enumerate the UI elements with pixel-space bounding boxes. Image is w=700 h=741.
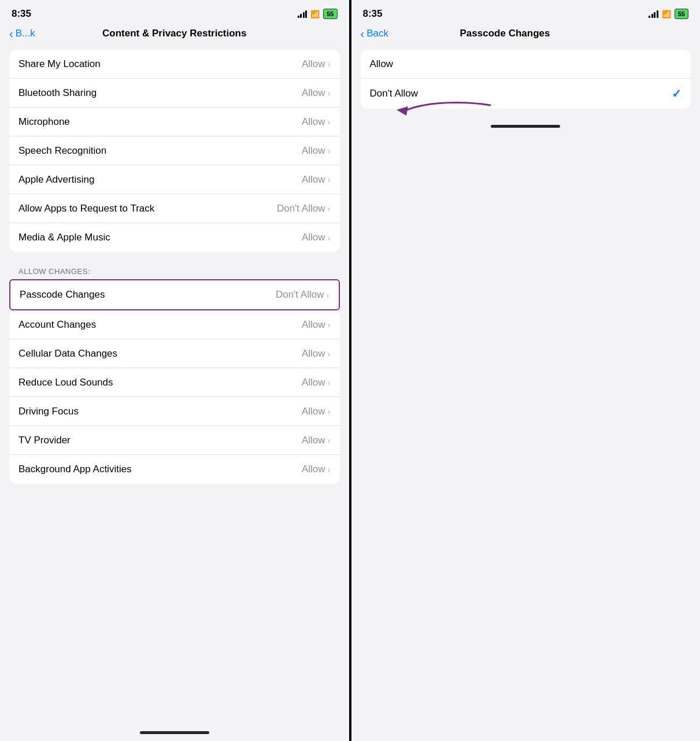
row-right: Allow › [302, 87, 331, 99]
time-right: 8:35 [363, 8, 383, 20]
page-title-right: Passcode Changes [354, 28, 656, 39]
back-button-left[interactable]: ‹ B...k [9, 28, 44, 39]
row-right: Allow › [302, 464, 331, 475]
row-label: Passcode Changes [20, 289, 105, 301]
wifi-icon-right: 📶 [662, 10, 671, 18]
section-label-allow-changes: ALLOW CHANGES: [0, 264, 349, 279]
row-value: Allow [302, 464, 325, 475]
page-title-left: Content & Privacy Restrictions [44, 28, 305, 39]
battery-right: 55 [675, 9, 688, 19]
row-label: Account Changes [18, 319, 96, 331]
left-screen-content: Share My Location Allow › Bluetooth Shar… [0, 45, 349, 727]
option-dont-allow-label: Don't Allow [370, 88, 418, 99]
row-label: Reduce Loud Sounds [18, 377, 113, 388]
time-left: 8:35 [12, 8, 31, 20]
home-indicator-left [0, 727, 349, 741]
row-right: Allow › [302, 58, 331, 70]
option-allow[interactable]: Allow [361, 50, 691, 79]
row-value: Allow [302, 116, 325, 128]
row-speech-recognition[interactable]: Speech Recognition Allow › [9, 136, 340, 165]
row-media-apple-music[interactable]: Media & Apple Music Allow › [9, 223, 340, 252]
home-bar-right [491, 125, 560, 128]
chevron-icon: › [328, 320, 331, 329]
row-allow-apps-track[interactable]: Allow Apps to Request to Track Don't All… [9, 194, 340, 223]
row-label: Driving Focus [18, 406, 79, 417]
row-passcode-changes[interactable]: Passcode Changes Don't Allow › [10, 280, 339, 309]
row-right: Don't Allow › [277, 203, 331, 214]
row-value: Allow [302, 174, 325, 186]
row-label: Bluetooth Sharing [18, 87, 97, 99]
row-label: Allow Apps to Request to Track [18, 203, 154, 214]
row-right: Allow › [302, 377, 331, 388]
option-dont-allow[interactable]: Don't Allow ✓ [361, 79, 691, 109]
home-bar-left [140, 731, 209, 734]
row-label: Speech Recognition [18, 145, 106, 157]
row-driving-focus[interactable]: Driving Focus Allow › [9, 397, 340, 426]
row-right: Allow › [302, 435, 331, 446]
row-passcode-changes-highlighted[interactable]: Passcode Changes Don't Allow › [9, 279, 340, 310]
battery-left: 55 [323, 9, 337, 19]
row-value: Allow [302, 406, 325, 417]
row-right: Don't Allow › [276, 289, 329, 301]
row-reduce-loud-sounds[interactable]: Reduce Loud Sounds Allow › [9, 368, 340, 397]
row-label: Cellular Data Changes [18, 348, 117, 360]
row-share-my-location[interactable]: Share My Location Allow › [9, 50, 340, 79]
row-right: Allow › [302, 232, 331, 243]
settings-group-main: Share My Location Allow › Bluetooth Shar… [9, 50, 340, 252]
status-bar-right: 8:35 📶 55 [351, 0, 701, 24]
wifi-icon: 📶 [310, 10, 320, 18]
row-right: Allow › [302, 406, 331, 417]
chevron-icon: › [328, 59, 331, 69]
row-label: Share My Location [18, 58, 101, 70]
chevron-icon: › [328, 465, 331, 475]
right-screen: 8:35 📶 55 ‹ Back Passcode Changes Allow … [351, 0, 701, 741]
chevron-icon: › [328, 117, 331, 127]
chevron-icon: › [328, 175, 331, 184]
row-tv-provider[interactable]: TV Provider Allow › [9, 426, 340, 455]
chevron-icon: › [328, 349, 331, 358]
status-bar-left: 8:35 📶 55 [0, 0, 349, 24]
row-microphone[interactable]: Microphone Allow › [9, 108, 340, 136]
row-label: Background App Activities [18, 464, 132, 475]
row-apple-advertising[interactable]: Apple Advertising Allow › [9, 165, 340, 194]
chevron-icon: › [328, 146, 331, 155]
nav-bar-right: ‹ Back Passcode Changes [351, 24, 701, 45]
row-label: TV Provider [18, 435, 71, 446]
chevron-icon: › [328, 233, 331, 243]
row-value: Allow [302, 58, 325, 70]
chevron-icon: › [328, 88, 331, 98]
checkmark-icon: ✓ [672, 87, 682, 101]
row-value: Allow [302, 232, 325, 243]
chevron-icon: › [328, 377, 331, 387]
row-bluetooth-sharing[interactable]: Bluetooth Sharing Allow › [9, 79, 340, 108]
row-right: Allow › [302, 319, 331, 331]
row-value: Don't Allow [276, 289, 324, 301]
status-icons-right: 📶 55 [649, 9, 688, 19]
row-value: Allow [302, 319, 325, 331]
back-chevron-left: ‹ [9, 28, 13, 39]
row-right: Allow › [302, 116, 331, 128]
row-background-app-activities[interactable]: Background App Activities Allow › [9, 455, 340, 484]
option-group-passcode: Allow Don't Allow ✓ [361, 50, 691, 109]
chevron-icon: › [327, 290, 329, 300]
row-account-changes[interactable]: Account Changes Allow › [9, 310, 340, 339]
row-value: Allow [302, 87, 325, 99]
signal-icon [298, 10, 308, 18]
home-indicator-right [351, 120, 701, 135]
chevron-icon: › [328, 406, 331, 416]
row-right: Allow › [302, 348, 331, 360]
nav-bar-left: ‹ B...k Content & Privacy Restrictions [0, 24, 349, 45]
status-icons-left: 📶 55 [298, 9, 338, 19]
settings-group-changes: Account Changes Allow › Cellular Data Ch… [9, 310, 340, 484]
option-allow-label: Allow [370, 58, 394, 70]
row-value: Allow [302, 377, 325, 388]
chevron-icon: › [328, 203, 331, 213]
row-right: Allow › [302, 174, 331, 186]
row-label: Microphone [18, 116, 70, 128]
row-right: Allow › [302, 145, 331, 157]
row-value: Allow [302, 145, 325, 157]
row-label: Apple Advertising [18, 174, 94, 186]
row-cellular-data-changes[interactable]: Cellular Data Changes Allow › [9, 339, 340, 368]
back-label-left: B...k [16, 28, 35, 39]
left-screen: 8:35 📶 55 ‹ B...k Content & Privacy Rest… [0, 0, 349, 741]
